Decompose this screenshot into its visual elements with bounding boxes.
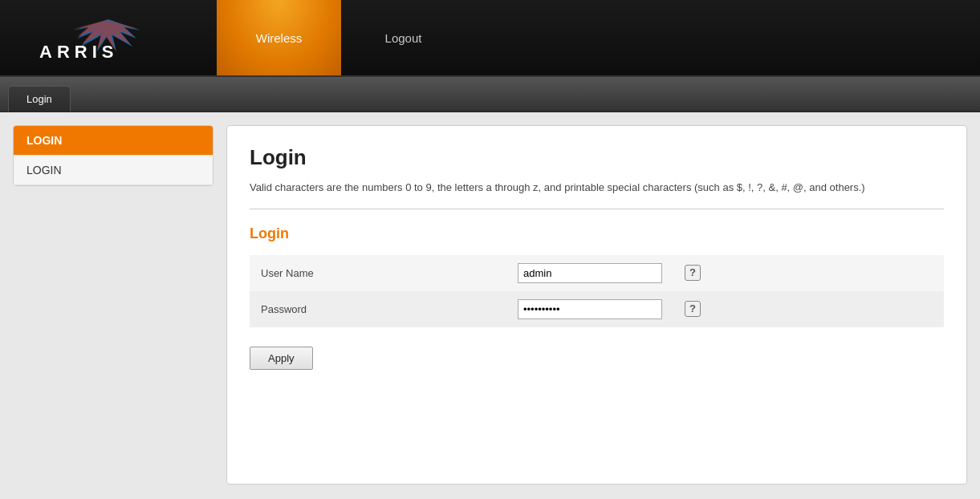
svg-text:ARRIS: ARRIS	[39, 42, 118, 60]
password-help-button[interactable]: ?	[685, 301, 701, 317]
tab-bar: Login	[0, 77, 980, 112]
content-panel: Login Valid characters are the numbers 0…	[226, 125, 967, 485]
page-description: Valid characters are the numbers 0 to 9,…	[250, 180, 944, 196]
sidebar-item-login-active[interactable]: LOGIN	[14, 126, 213, 156]
sidebar-item-login[interactable]: LOGIN	[14, 156, 213, 185]
sidebar: LOGIN LOGIN	[13, 125, 213, 485]
apply-button[interactable]: Apply	[250, 347, 313, 370]
section-title: Login	[250, 225, 944, 242]
logo-area: ARRIS	[0, 0, 217, 75]
nav-tab-wireless[interactable]: Wireless	[217, 0, 341, 75]
page-title: Login	[250, 145, 944, 170]
username-label: User Name	[250, 255, 506, 291]
header: ARRIS Wireless Logout	[0, 0, 980, 77]
divider	[250, 209, 944, 209]
login-form: User Name ? Password ?	[250, 255, 944, 327]
nav-tab-logout[interactable]: Logout	[341, 0, 466, 75]
username-input[interactable]	[518, 263, 662, 283]
password-input[interactable]	[518, 299, 662, 319]
sidebar-card: LOGIN LOGIN	[13, 125, 213, 186]
nav-tabs: Wireless Logout	[217, 0, 466, 75]
main-content: LOGIN LOGIN Login Valid characters are t…	[0, 112, 980, 497]
password-label: Password	[250, 291, 506, 327]
username-row: User Name ?	[250, 255, 944, 291]
arris-logo: ARRIS	[36, 16, 181, 60]
username-help-button[interactable]: ?	[685, 265, 701, 281]
password-row: Password ?	[250, 291, 944, 327]
tab-login[interactable]: Login	[8, 86, 71, 112]
